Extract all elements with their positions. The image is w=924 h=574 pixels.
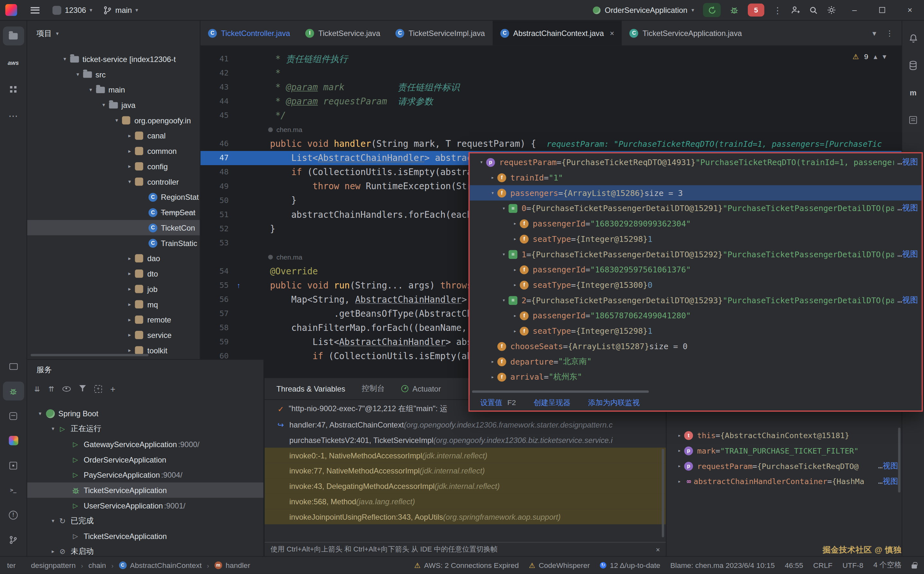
chevron-right-icon[interactable]: ▸ xyxy=(125,317,134,322)
chevron-down-icon[interactable]: ▾ xyxy=(60,56,69,62)
add-user-button[interactable] xyxy=(791,5,800,15)
variable-row-departure[interactable]: ▸fdeparture = "北京南" xyxy=(470,354,921,369)
status-aws-2-connections-expired[interactable]: ⚠AWS: 2 Connections Expired xyxy=(414,561,519,569)
chevron-right-icon[interactable]: ▸ xyxy=(49,549,58,554)
terminal-button[interactable]: >_ xyxy=(3,481,24,500)
service-item-正在运行[interactable]: ▾▷正在运行 xyxy=(27,421,263,437)
git-button[interactable] xyxy=(3,530,24,549)
editor-line-42[interactable]: 42 * xyxy=(200,66,902,80)
chevron-right-icon[interactable]: ▸ xyxy=(125,271,134,277)
close-icon[interactable]: × xyxy=(656,545,660,554)
editor-tab-ticketserviceapplication-java[interactable]: CTicketServiceApplication.java xyxy=(622,20,750,45)
more-button[interactable]: ⋯ xyxy=(3,106,24,125)
database-button[interactable] xyxy=(902,56,924,75)
stop-button[interactable]: 5 xyxy=(748,3,764,16)
project-item-ticket-service-index12306-t[interactable]: ▾ticket-service [index12306-t xyxy=(27,51,200,67)
project-item-src[interactable]: ▾src xyxy=(27,66,200,82)
hidden-tabs-icon[interactable]: ▾ xyxy=(872,28,876,38)
editor-line-44[interactable]: 44 * @param requestParam 请求参数 xyxy=(200,95,902,109)
debug-tab-actuator[interactable]: Actuator xyxy=(401,384,441,393)
project-item-controller[interactable]: ▾controller xyxy=(27,174,200,189)
chevron-right-icon[interactable]: ▸ xyxy=(675,463,684,468)
add-frame-icon[interactable]: + xyxy=(94,385,102,393)
chevron-right-icon[interactable]: ▸ xyxy=(125,347,134,353)
editor-tab-ticketcontroller-java[interactable]: CTicketController.java xyxy=(200,20,298,45)
minimize-button[interactable]: – xyxy=(845,0,864,20)
status-utf-8[interactable]: UTF-8 xyxy=(842,561,863,569)
horizontal-scrollbar[interactable] xyxy=(30,354,148,356)
variable-row-requestparam[interactable]: ▾prequestParam = {PurchaseTicketReqDTO@1… xyxy=(470,155,921,170)
chevron-right-icon[interactable]: ▸ xyxy=(125,132,134,139)
run-dashboard-button[interactable] xyxy=(3,357,24,376)
rerun-button[interactable] xyxy=(703,3,721,17)
view-link[interactable]: …视图 xyxy=(894,249,918,260)
stack-frame-3[interactable]: invoke:77, NativeMethodAccessorImpl (jdk… xyxy=(264,463,666,478)
chevron-down-icon[interactable]: ▾ xyxy=(125,178,134,184)
settings-gear-icon[interactable] xyxy=(827,5,836,15)
project-item-common[interactable]: ▸common xyxy=(27,143,200,159)
variable-row-requestparam[interactable]: ▸prequestParam = {PurchaseTicketReqDTO@…… xyxy=(666,458,902,474)
main-menu-icon[interactable] xyxy=(30,7,39,13)
variable-row-trainid[interactable]: ▸ftrainId = "1" xyxy=(470,170,921,185)
project-item-java[interactable]: ▾java xyxy=(27,97,200,113)
project-item-trainstatic[interactable]: CTrainStatic xyxy=(27,235,200,251)
chevron-right-icon[interactable]: ▸ xyxy=(675,478,684,484)
project-item-tempseat[interactable]: CTempSeat xyxy=(27,205,200,220)
chevron-down-icon[interactable]: ▾ xyxy=(86,87,95,93)
service-item-未启动[interactable]: ▸⊘未启动 xyxy=(27,544,263,556)
search-icon[interactable] xyxy=(809,5,818,14)
status-codewhisperer[interactable]: ⚠CodeWhisperer xyxy=(529,561,590,569)
status-blame-chen-ma-2023-6-4-10-15[interactable]: Blame: chen.ma 2023/6/4 10:15 xyxy=(671,561,775,569)
variables-scrollbar[interactable] xyxy=(898,427,900,492)
chevron-right-icon[interactable]: ▸ xyxy=(125,164,134,169)
project-panel-header[interactable]: 项目 ▾ xyxy=(27,20,200,47)
debug-button[interactable] xyxy=(3,382,24,401)
variable-row-1[interactable]: ▾≡1 = {PurchaseTicketPassengerDetailDTO@… xyxy=(470,246,921,262)
variable-row-chooseseats[interactable]: fchooseSeats = {ArrayList@15287} size = … xyxy=(470,339,921,354)
override-gutter-icon[interactable]: ↑ xyxy=(237,281,240,290)
collapse-all-icon[interactable]: ⇈ xyxy=(49,384,54,393)
prev-problem-icon[interactable]: ▴ xyxy=(874,52,877,61)
view-link[interactable]: …视图 xyxy=(875,476,898,487)
close-tab-icon[interactable]: × xyxy=(610,28,614,38)
project-item-org-opengoofy-in[interactable]: ▾org.opengoofy.in xyxy=(27,113,200,128)
status-46-55[interactable]: 46:55 xyxy=(785,561,803,569)
inspections-widget[interactable]: ⚠ 9 ▴ ▾ xyxy=(852,52,886,61)
close-button[interactable]: × xyxy=(900,0,919,20)
structure-button[interactable] xyxy=(3,80,24,99)
view-link[interactable]: …视图 xyxy=(875,460,898,471)
view-link[interactable]: …视图 xyxy=(894,295,918,306)
view-link[interactable]: …视图 xyxy=(894,157,918,167)
variable-row-passengerid[interactable]: ▸fpassengerId = "1683029289099362304" xyxy=(470,216,921,231)
status-12-up-to-date[interactable]: ↻12 Δ/up-to-date xyxy=(600,561,660,569)
debug-button[interactable] xyxy=(729,5,739,15)
chevron-right-icon[interactable]: ▸ xyxy=(675,448,684,454)
chevron-down-icon[interactable]: ▾ xyxy=(476,159,486,165)
service-item-gatewayserviceapplication[interactable]: ▷GatewayServiceApplication :9000/ xyxy=(27,437,263,452)
run-config-widget[interactable]: OrderServiceApplication ▾ xyxy=(593,5,694,14)
chevron-down-icon[interactable]: ▾ xyxy=(499,297,508,303)
filter-icon[interactable] xyxy=(79,384,86,393)
stack-frame-5[interactable]: invoke:568, Method (java.lang.reflect) xyxy=(264,494,666,509)
chevron-down-icon[interactable]: ▾ xyxy=(73,71,82,77)
view-link[interactable]: …视图 xyxy=(894,203,918,214)
eye-icon[interactable] xyxy=(63,384,71,393)
service-item-ticketserviceapplication[interactable]: TicketServiceApplication xyxy=(27,483,263,498)
project-item-main[interactable]: ▾main xyxy=(27,82,200,97)
packages-button[interactable] xyxy=(3,456,24,475)
chevron-right-icon[interactable]: ▸ xyxy=(125,301,134,307)
chevron-down-icon[interactable]: ▾ xyxy=(99,102,108,108)
variable-row-passengerid[interactable]: ▸fpassengerId = "1865787062499041280" xyxy=(470,308,921,323)
project-item-dto[interactable]: ▸dto xyxy=(27,266,200,281)
plus-icon[interactable]: + xyxy=(110,383,116,393)
chevron-right-icon[interactable]: ▸ xyxy=(125,255,134,261)
editor-tab-ticketservice-java[interactable]: ITicketService.java xyxy=(298,20,388,45)
expand-all-icon[interactable]: ⇊ xyxy=(34,384,40,393)
status-4-个空格[interactable]: 4 个空格 xyxy=(873,560,902,570)
next-problem-icon[interactable]: ▾ xyxy=(883,52,886,61)
aws-button[interactable]: aws xyxy=(3,53,24,72)
project-item-mq[interactable]: ▸mq xyxy=(27,297,200,312)
project-item-service[interactable]: ▸service xyxy=(27,327,200,343)
stack-frame-1[interactable]: purchaseTicketsV2:401, TicketServiceImpl… xyxy=(264,432,666,448)
chevron-down-icon[interactable]: ▾ xyxy=(488,190,497,196)
